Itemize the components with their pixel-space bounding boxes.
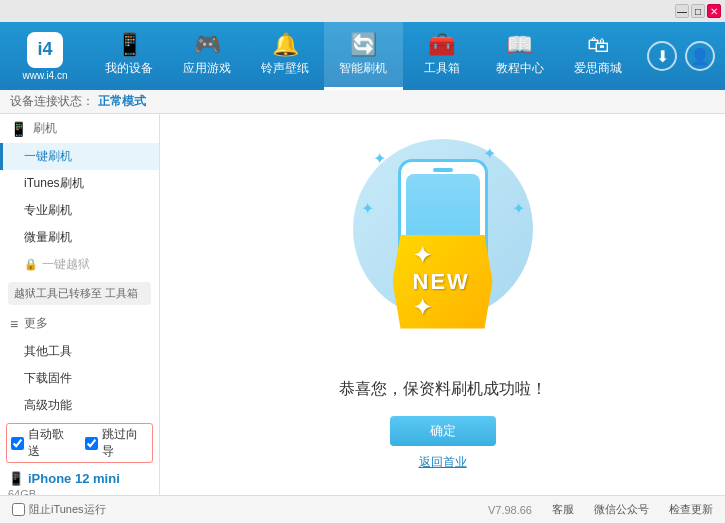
phone-illustration: ✦ ✦ ✦ ✦ ✦ NEW ✦ — [343, 139, 543, 359]
device-info: 📱 iPhone 12 mini 64GB Down-12mini-13.1 — [0, 467, 159, 495]
device-name: 📱 iPhone 12 mini — [8, 471, 151, 486]
new-ribbon: ✦ NEW ✦ — [393, 235, 493, 329]
nav-icon-tutorial: 📖 — [506, 32, 533, 58]
nav-items: 📱 我的设备 🎮 应用游戏 🔔 铃声壁纸 🔄 智能刷机 🧰 工具箱 📖 教程中心… — [90, 22, 637, 90]
confirm-button[interactable]: 确定 — [390, 416, 496, 446]
sidebar-item-jailbreak: 🔒 一键越狱 — [0, 251, 159, 278]
sidebar-section-more[interactable]: ≡ 更多 — [0, 309, 159, 338]
nav-item-tutorial[interactable]: 📖 教程中心 — [481, 22, 559, 90]
nav-icon-mall: 🛍 — [587, 32, 609, 58]
maximize-button[interactable]: □ — [691, 4, 705, 18]
nav-item-my-device[interactable]: 📱 我的设备 — [90, 22, 168, 90]
nav-icon-smart-flash: 🔄 — [350, 32, 377, 58]
status-label: 设备连接状态： — [10, 93, 94, 110]
phone-notch — [433, 168, 453, 172]
footer-link-support[interactable]: 客服 — [552, 502, 574, 517]
nav-icon-toolbox: 🧰 — [428, 32, 455, 58]
nav-icon-my-device: 📱 — [116, 32, 143, 58]
sidebar: 📱 刷机 一键刷机 iTunes刷机 专业刷机 微量刷机 🔒 一键越狱 越狱工具… — [0, 114, 160, 495]
user-button[interactable]: 👤 — [685, 41, 715, 71]
sidebar-item-other-tools[interactable]: 其他工具 — [0, 338, 159, 365]
sidebar-notice: 越狱工具已转移至 工具箱 — [8, 282, 151, 305]
nav-icon-ringtones: 🔔 — [272, 32, 299, 58]
itunes-checkbox[interactable] — [12, 503, 25, 516]
logo-icon: i4 — [27, 32, 63, 68]
main-content: 📱 刷机 一键刷机 iTunes刷机 专业刷机 微量刷机 🔒 一键越狱 越狱工具… — [0, 114, 725, 495]
minimize-button[interactable]: — — [675, 4, 689, 18]
nav-item-apps-games[interactable]: 🎮 应用游戏 — [168, 22, 246, 90]
sidebar-item-one-key-flash[interactable]: 一键刷机 — [0, 143, 159, 170]
sidebar-item-advanced[interactable]: 高级功能 — [0, 392, 159, 419]
status-value: 正常模式 — [98, 93, 146, 110]
nav-icon-apps-games: 🎮 — [194, 32, 221, 58]
sidebar-item-download-firmware[interactable]: 下载固件 — [0, 365, 159, 392]
more-section-icon: ≡ — [10, 316, 18, 332]
center-area: ✦ ✦ ✦ ✦ ✦ NEW ✦ 恭喜您，保资料刷机成功啦！ 确定 返回首业 — [160, 114, 725, 495]
sidebar-item-pro-flash[interactable]: 专业刷机 — [0, 197, 159, 224]
auto-dismiss-checkbox[interactable]: 自动歌送 — [11, 426, 75, 460]
sparkle-4: ✦ — [512, 199, 525, 218]
sidebar-item-itunes-flash[interactable]: iTunes刷机 — [0, 170, 159, 197]
top-nav: i4 www.i4.cn 📱 我的设备 🎮 应用游戏 🔔 铃声壁纸 🔄 智能刷机… — [0, 22, 725, 90]
sidebar-section-flash[interactable]: 📱 刷机 — [0, 114, 159, 143]
new-star-left: ✦ — [413, 243, 433, 268]
nav-item-ringtones[interactable]: 🔔 铃声壁纸 — [246, 22, 324, 90]
sparkle-1: ✦ — [373, 149, 386, 168]
nav-item-smart-flash[interactable]: 🔄 智能刷机 — [324, 22, 402, 90]
device-storage: 64GB — [8, 488, 151, 495]
footer-left: 阻止iTunes运行 — [12, 502, 488, 517]
footer-right: V7.98.66 客服 微信公众号 检查更新 — [488, 502, 713, 517]
checkbox-row: 自动歌送 跳过向导 — [6, 423, 153, 463]
footer-link-update[interactable]: 检查更新 — [669, 502, 713, 517]
new-star-right: ✦ — [413, 295, 433, 320]
logo[interactable]: i4 www.i4.cn — [0, 32, 90, 81]
sparkle-2: ✦ — [483, 144, 496, 163]
version-label: V7.98.66 — [488, 504, 532, 516]
footer: 阻止iTunes运行 V7.98.66 客服 微信公众号 检查更新 — [0, 495, 725, 523]
nav-item-mall[interactable]: 🛍 爱思商城 — [559, 22, 637, 90]
flash-section-icon: 📱 — [10, 121, 27, 137]
close-button[interactable]: ✕ — [707, 4, 721, 18]
status-bar: 设备连接状态： 正常模式 — [0, 90, 725, 114]
title-bar: — □ ✕ — [0, 0, 725, 22]
success-text: 恭喜您，保资料刷机成功啦！ — [339, 379, 547, 400]
footer-link-wechat[interactable]: 微信公众号 — [594, 502, 649, 517]
sparkle-3: ✦ — [361, 199, 374, 218]
sidebar-item-micro-flash[interactable]: 微量刷机 — [0, 224, 159, 251]
skip-wizard-checkbox[interactable]: 跳过向导 — [85, 426, 149, 460]
logo-url: www.i4.cn — [22, 70, 67, 81]
nav-item-toolbox[interactable]: 🧰 工具箱 — [403, 22, 481, 90]
download-button[interactable]: ⬇ — [647, 41, 677, 71]
itunes-label: 阻止iTunes运行 — [29, 502, 106, 517]
auto-dismiss-input[interactable] — [11, 437, 24, 450]
skip-wizard-input[interactable] — [85, 437, 98, 450]
lock-icon: 🔒 — [24, 258, 38, 271]
return-link[interactable]: 返回首业 — [419, 454, 467, 471]
device-icon: 📱 — [8, 471, 24, 486]
nav-right: ⬇ 👤 — [637, 41, 725, 71]
